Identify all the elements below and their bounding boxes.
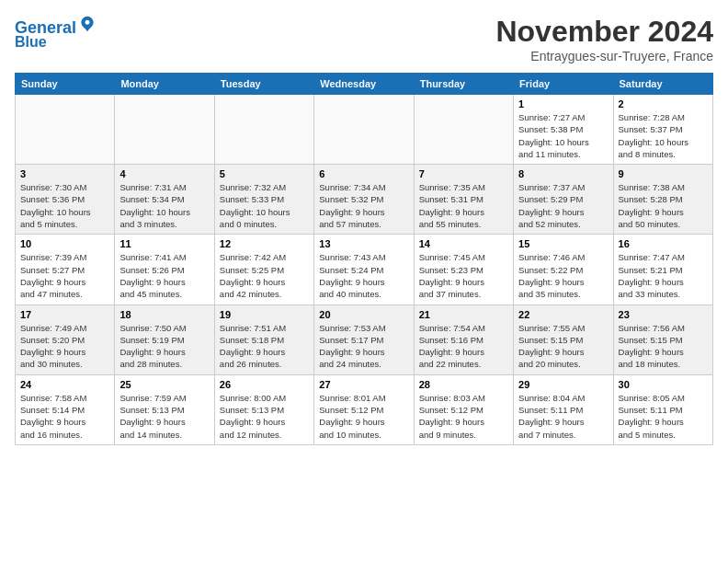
calendar-day-cell: 19Sunrise: 7:51 AM Sunset: 5:18 PM Dayli… [214,304,313,374]
calendar-day-cell: 14Sunrise: 7:45 AM Sunset: 5:23 PM Dayli… [414,235,513,304]
calendar-day-cell: 1Sunrise: 7:27 AM Sunset: 5:38 PM Daylig… [514,95,613,165]
calendar-week-row: 1Sunrise: 7:27 AM Sunset: 5:38 PM Daylig… [16,95,713,165]
calendar-day-cell: 4Sunrise: 7:31 AM Sunset: 5:34 PM Daylig… [115,165,214,235]
day-info: Sunrise: 8:05 AM Sunset: 5:11 PM Dayligh… [619,392,708,441]
day-info: Sunrise: 7:51 AM Sunset: 5:18 PM Dayligh… [220,322,309,371]
location-subtitle: Entraygues-sur-Truyere, France [495,49,713,63]
calendar-day-cell: 7Sunrise: 7:35 AM Sunset: 5:31 PM Daylig… [414,165,513,235]
day-number: 26 [220,379,309,390]
calendar-day-cell: 18Sunrise: 7:50 AM Sunset: 5:19 PM Dayli… [115,304,214,374]
day-number: 21 [419,309,508,320]
day-info: Sunrise: 7:47 AM Sunset: 5:21 PM Dayligh… [619,251,708,300]
day-info: Sunrise: 7:27 AM Sunset: 5:38 PM Dayligh… [518,111,608,160]
header-thursday: Thursday [414,74,513,95]
calendar-day-cell: 15Sunrise: 7:46 AM Sunset: 5:22 PM Dayli… [514,235,613,304]
day-info: Sunrise: 7:58 AM Sunset: 5:14 PM Dayligh… [20,392,109,441]
day-info: Sunrise: 8:01 AM Sunset: 5:12 PM Dayligh… [319,392,408,441]
day-info: Sunrise: 7:54 AM Sunset: 5:16 PM Dayligh… [419,322,508,371]
calendar-day-cell: 26Sunrise: 8:00 AM Sunset: 5:13 PM Dayli… [214,374,313,444]
calendar-day-cell: 12Sunrise: 7:42 AM Sunset: 5:25 PM Dayli… [214,235,313,304]
day-info: Sunrise: 8:04 AM Sunset: 5:11 PM Dayligh… [518,392,608,441]
day-number: 8 [518,168,608,179]
day-number: 6 [319,168,408,179]
calendar-week-row: 24Sunrise: 7:58 AM Sunset: 5:14 PM Dayli… [16,374,713,444]
day-info: Sunrise: 7:28 AM Sunset: 5:37 PM Dayligh… [619,111,708,160]
day-number: 25 [119,379,209,390]
day-number: 17 [20,309,109,320]
logo: General Blue [15,15,97,50]
day-info: Sunrise: 7:34 AM Sunset: 5:32 PM Dayligh… [319,181,408,230]
header-sunday: Sunday [16,74,115,95]
day-info: Sunrise: 7:30 AM Sunset: 5:36 PM Dayligh… [20,181,109,230]
day-info: Sunrise: 7:35 AM Sunset: 5:31 PM Dayligh… [419,181,508,230]
calendar-day-cell: 9Sunrise: 7:38 AM Sunset: 5:28 PM Daylig… [613,165,712,235]
calendar-day-cell [314,95,414,165]
calendar-day-cell [16,95,115,165]
calendar-day-cell: 23Sunrise: 7:56 AM Sunset: 5:15 PM Dayli… [613,304,712,374]
day-info: Sunrise: 7:42 AM Sunset: 5:25 PM Dayligh… [220,251,309,300]
day-info: Sunrise: 7:31 AM Sunset: 5:34 PM Dayligh… [119,181,209,230]
day-number: 16 [619,238,708,249]
header-wednesday: Wednesday [314,74,414,95]
day-info: Sunrise: 7:38 AM Sunset: 5:28 PM Dayligh… [619,181,708,230]
day-info: Sunrise: 7:55 AM Sunset: 5:15 PM Dayligh… [518,322,608,371]
day-number: 29 [518,379,608,390]
day-info: Sunrise: 7:49 AM Sunset: 5:20 PM Dayligh… [20,322,109,371]
day-number: 3 [20,168,109,179]
calendar-day-cell [214,95,313,165]
calendar-day-cell: 22Sunrise: 7:55 AM Sunset: 5:15 PM Dayli… [514,304,613,374]
day-number: 15 [518,238,608,249]
calendar-day-cell: 2Sunrise: 7:28 AM Sunset: 5:37 PM Daylig… [613,95,712,165]
day-number: 30 [619,379,708,390]
calendar-day-cell: 10Sunrise: 7:39 AM Sunset: 5:27 PM Dayli… [16,235,115,304]
calendar-day-cell: 21Sunrise: 7:54 AM Sunset: 5:16 PM Dayli… [414,304,513,374]
day-number: 2 [619,98,708,109]
day-number: 5 [220,168,309,179]
day-number: 13 [319,238,408,249]
day-number: 12 [220,238,309,249]
day-number: 28 [419,379,508,390]
day-number: 4 [119,168,209,179]
day-info: Sunrise: 7:50 AM Sunset: 5:19 PM Dayligh… [119,322,209,371]
day-number: 10 [20,238,109,249]
calendar-day-cell: 28Sunrise: 8:03 AM Sunset: 5:12 PM Dayli… [414,374,513,444]
calendar-day-cell: 5Sunrise: 7:32 AM Sunset: 5:33 PM Daylig… [214,165,313,235]
calendar-day-cell: 25Sunrise: 7:59 AM Sunset: 5:13 PM Dayli… [115,374,214,444]
calendar-day-cell: 30Sunrise: 8:05 AM Sunset: 5:11 PM Dayli… [613,374,712,444]
day-number: 14 [419,238,508,249]
day-number: 24 [20,379,109,390]
calendar-header-row: Sunday Monday Tuesday Wednesday Thursday… [16,74,713,95]
day-number: 9 [619,168,708,179]
calendar-day-cell [414,95,513,165]
calendar-week-row: 17Sunrise: 7:49 AM Sunset: 5:20 PM Dayli… [16,304,713,374]
day-number: 27 [319,379,408,390]
calendar-day-cell [115,95,214,165]
day-number: 11 [119,238,209,249]
day-number: 18 [119,309,209,320]
calendar-day-cell: 20Sunrise: 7:53 AM Sunset: 5:17 PM Dayli… [314,304,414,374]
day-info: Sunrise: 7:32 AM Sunset: 5:33 PM Dayligh… [220,181,309,230]
calendar-day-cell: 11Sunrise: 7:41 AM Sunset: 5:26 PM Dayli… [115,235,214,304]
day-number: 19 [220,309,309,320]
calendar-day-cell: 16Sunrise: 7:47 AM Sunset: 5:21 PM Dayli… [613,235,712,304]
calendar-table: Sunday Monday Tuesday Wednesday Thursday… [15,73,713,445]
calendar-day-cell: 3Sunrise: 7:30 AM Sunset: 5:36 PM Daylig… [16,165,115,235]
header-saturday: Saturday [613,74,712,95]
day-info: Sunrise: 7:56 AM Sunset: 5:15 PM Dayligh… [619,322,708,371]
calendar-day-cell: 17Sunrise: 7:49 AM Sunset: 5:20 PM Dayli… [16,304,115,374]
day-info: Sunrise: 7:41 AM Sunset: 5:26 PM Dayligh… [119,251,209,300]
day-info: Sunrise: 7:53 AM Sunset: 5:17 PM Dayligh… [319,322,408,371]
header: General Blue November 2024 Entraygues-su… [15,15,713,63]
month-title: November 2024 [495,15,713,49]
day-info: Sunrise: 7:59 AM Sunset: 5:13 PM Dayligh… [119,392,209,441]
header-tuesday: Tuesday [214,74,313,95]
calendar-day-cell: 13Sunrise: 7:43 AM Sunset: 5:24 PM Dayli… [314,235,414,304]
day-number: 7 [419,168,508,179]
day-number: 22 [518,309,608,320]
calendar-day-cell: 27Sunrise: 8:01 AM Sunset: 5:12 PM Dayli… [314,374,414,444]
day-info: Sunrise: 8:03 AM Sunset: 5:12 PM Dayligh… [419,392,508,441]
calendar-week-row: 10Sunrise: 7:39 AM Sunset: 5:27 PM Dayli… [16,235,713,304]
day-number: 23 [619,309,708,320]
day-info: Sunrise: 7:37 AM Sunset: 5:29 PM Dayligh… [518,181,608,230]
day-info: Sunrise: 7:43 AM Sunset: 5:24 PM Dayligh… [319,251,408,300]
